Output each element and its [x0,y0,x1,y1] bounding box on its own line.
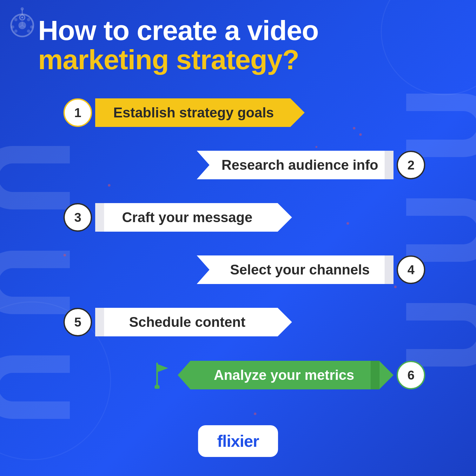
step-6-item: 6 Analyze your metrics [151,360,425,390]
svg-point-11 [27,30,30,33]
step-5-item: 5 Schedule content [63,308,292,336]
step-1-item: 1 Establish strategy goals [63,98,305,127]
step-4-banner: Select your channels [197,255,393,284]
step-4-text: Select your channels [230,262,370,278]
step-6-number: 6 [397,361,425,389]
step-3-banner: Craft your message [95,203,292,232]
step-5-text: Schedule content [129,314,246,330]
step-3-number: 3 [63,203,92,232]
step-4-number: 4 [397,255,425,284]
svg-point-5 [21,7,24,10]
brand-name: flixier [217,432,259,450]
step-3-item: 3 Craft your message [63,203,292,232]
step-1-banner: Establish strategy goals [95,98,305,127]
step-1-number: 1 [63,98,92,127]
svg-line-13 [22,25,25,27]
step-2-banner: Research audience info [197,151,393,179]
svg-marker-16 [157,364,168,372]
svg-point-7 [27,18,30,21]
title-line1: How to create a video [38,16,319,45]
step-2-number: 2 [397,151,425,179]
step-6-banner: Analyze your metrics [178,361,393,389]
flixier-logo: flixier [198,425,278,457]
step-2-text: Research audience info [221,157,378,173]
svg-line-14 [19,25,22,27]
svg-point-3 [21,17,23,18]
golf-flag-icon [151,360,173,390]
step-3-text: Craft your message [122,209,253,225]
step-6-text: Analyze your metrics [214,367,354,383]
step-4-item: 4 Select your channels [197,255,425,284]
svg-point-9 [30,25,33,29]
svg-point-8 [11,25,14,29]
svg-point-6 [14,18,17,21]
step-1-text: Establish strategy goals [113,105,274,121]
step-5-banner: Schedule content [95,308,292,336]
svg-point-1 [18,22,26,29]
step-5-number: 5 [63,308,92,336]
step-2-item: 2 Research audience info [197,151,425,179]
svg-point-10 [14,30,17,33]
svg-point-17 [155,385,160,389]
svg-point-2 [20,15,25,20]
title-line2: marketing strategy? [38,45,319,74]
svg-point-0 [11,14,33,36]
